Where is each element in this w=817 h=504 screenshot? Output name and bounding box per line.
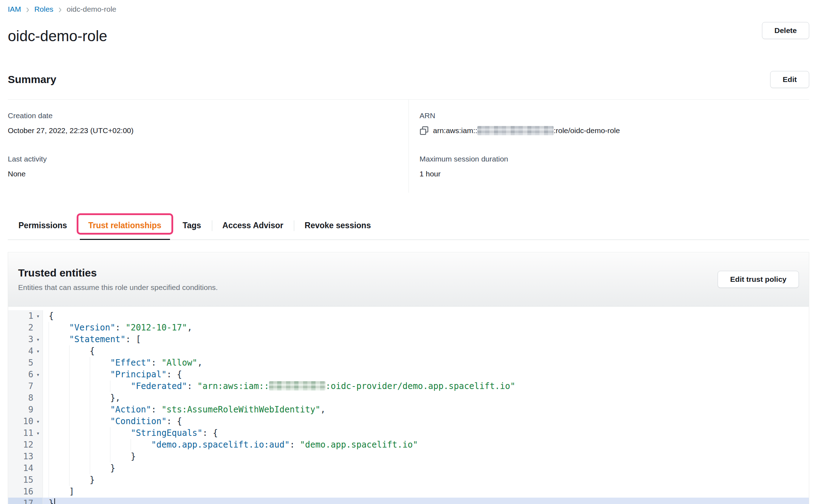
code-token	[49, 334, 69, 345]
code-token	[49, 416, 110, 427]
creation-date-label: Creation date	[8, 111, 408, 120]
code-token: "demo.app.spacelift.io:aud"	[151, 440, 290, 450]
line-number: 2	[8, 322, 43, 334]
code-text: "Effect": "Allow",	[43, 357, 203, 369]
code-line-11[interactable]: 11▾ "StringEquals": {	[8, 427, 809, 439]
line-number-text: 2	[8, 322, 33, 334]
code-token: : {	[166, 416, 182, 426]
trust-policy-editor[interactable]: 1▾{2 "Version": "2012-10-17",3▾ "Stateme…	[8, 307, 809, 504]
code-line-13[interactable]: 13 }	[8, 451, 809, 462]
code-text: "demo.app.spacelift.io:aud": "demo.app.s…	[43, 439, 418, 451]
code-token: "2012-10-17"	[126, 323, 187, 333]
code-line-9[interactable]: 9 "Action": "sts:AssumeRoleWithWebIdenti…	[8, 404, 809, 416]
code-text: "Version": "2012-10-17",	[43, 322, 192, 334]
code-text: }	[43, 462, 115, 474]
code-line-3[interactable]: 3▾ "Statement": [	[8, 334, 809, 345]
redacted-account-id	[477, 126, 554, 135]
tab-tags[interactable]: Tags	[172, 212, 212, 240]
code-line-8[interactable]: 8 },	[8, 392, 809, 404]
edit-button[interactable]: Edit	[770, 71, 809, 88]
tab-bar: PermissionsTrust relationshipsTagsAccess…	[8, 212, 809, 240]
fold-caret-icon[interactable]: ▾	[33, 345, 43, 357]
code-line-6[interactable]: 6▾ "Principal": {	[8, 369, 809, 380]
code-token: : {	[202, 428, 218, 438]
breadcrumb-link-roles[interactable]: Roles	[34, 5, 54, 13]
code-line-1[interactable]: 1▾{	[8, 310, 809, 322]
creation-date-value: October 27, 2022, 22:23 (UTC+02:00)	[8, 126, 408, 135]
tab-trust-relationships[interactable]: Trust relationships	[78, 212, 172, 240]
iam-role-page: IAM›Roles›oidc-demo-role oidc-demo-role …	[0, 0, 817, 504]
line-number-text: 7	[8, 380, 33, 392]
code-token: }	[90, 475, 95, 485]
line-number: 4▾	[8, 345, 43, 357]
code-line-12[interactable]: 12 "demo.app.spacelift.io:aud": "demo.ap…	[8, 439, 809, 451]
code-text: }	[43, 498, 55, 504]
code-line-5[interactable]: 5 "Effect": "Allow",	[8, 357, 809, 369]
line-number: 12	[8, 439, 43, 451]
code-line-4[interactable]: 4▾ {	[8, 345, 809, 357]
code-line-2[interactable]: 2 "Version": "2012-10-17",	[8, 322, 809, 334]
chevron-right-icon: ›	[26, 4, 29, 15]
line-number: 15	[8, 474, 43, 486]
code-token: "Action"	[110, 405, 151, 415]
trusted-entities-header: Trusted entities Entities that can assum…	[8, 252, 809, 307]
line-number-text: 4	[8, 345, 33, 357]
code-token	[49, 427, 131, 439]
line-number: 14	[8, 462, 43, 474]
code-text: }	[43, 451, 136, 462]
code-token	[49, 439, 151, 451]
code-token: ,	[187, 323, 192, 333]
line-number-text: 6	[8, 369, 33, 380]
fold-caret-icon[interactable]: ▾	[33, 334, 43, 345]
code-line-16[interactable]: 16 ]	[8, 486, 809, 498]
fold-caret-icon[interactable]: ▾	[33, 427, 43, 439]
tab-revoke-sessions[interactable]: Revoke sessions	[294, 212, 382, 240]
code-token	[49, 486, 69, 498]
line-number: 13	[8, 451, 43, 462]
line-number: 7	[8, 380, 43, 392]
trusted-entities-titles: Trusted entities Entities that can assum…	[18, 267, 218, 292]
tab-access-advisor[interactable]: Access Advisor	[212, 212, 294, 240]
chevron-right-icon: ›	[58, 4, 61, 15]
arn-prefix: arn:aws:iam::	[433, 126, 477, 135]
line-number-text: 13	[8, 451, 33, 462]
code-token: : {	[166, 369, 182, 379]
tab-label: Permissions	[18, 221, 67, 230]
line-number-text: 5	[8, 357, 33, 369]
arn-suffix: :role/oidc-demo-role	[554, 126, 620, 135]
line-number: 10▾	[8, 416, 43, 427]
edit-trust-policy-button[interactable]: Edit trust policy	[718, 271, 799, 288]
breadcrumb-current: oidc-demo-role	[67, 5, 116, 13]
line-number: 17	[8, 498, 43, 504]
code-text: "Action": "sts:AssumeRoleWithWebIdentity…	[43, 404, 325, 416]
code-line-10[interactable]: 10▾ "Condition": {	[8, 416, 809, 427]
code-token: "sts:AssumeRoleWithWebIdentity"	[161, 405, 320, 415]
code-token: ,	[197, 358, 202, 368]
code-text: "Statement": [	[43, 334, 141, 345]
code-line-14[interactable]: 14 }	[8, 462, 809, 474]
max-session-label: Maximum session duration	[420, 154, 809, 164]
delete-button[interactable]: Delete	[762, 22, 809, 39]
code-text: {	[43, 310, 54, 322]
summary-left-column: Creation date October 27, 2022, 22:23 (U…	[8, 100, 408, 193]
code-text: {	[43, 345, 95, 357]
code-token: :	[187, 381, 197, 391]
copy-icon[interactable]	[420, 126, 429, 135]
code-token: "Condition"	[110, 416, 166, 426]
tab-permissions[interactable]: Permissions	[8, 212, 78, 240]
fold-caret-icon[interactable]: ▾	[33, 416, 43, 427]
breadcrumb-link-iam[interactable]: IAM	[8, 5, 21, 13]
code-token: :	[290, 440, 300, 450]
code-line-17[interactable]: 17}	[8, 498, 809, 504]
code-token: :	[115, 323, 126, 333]
code-text: }	[43, 474, 95, 486]
text-cursor	[54, 498, 55, 504]
code-line-15[interactable]: 15 }	[8, 474, 809, 486]
arn-label: ARN	[420, 111, 809, 120]
code-token	[49, 380, 131, 392]
code-token	[49, 369, 110, 380]
code-token: },	[110, 393, 120, 403]
fold-caret-icon[interactable]: ▾	[33, 310, 43, 322]
code-line-7[interactable]: 7 "Federated": "arn:aws:iam:::oidc-provi…	[8, 380, 809, 392]
fold-caret-icon[interactable]: ▾	[33, 369, 43, 380]
